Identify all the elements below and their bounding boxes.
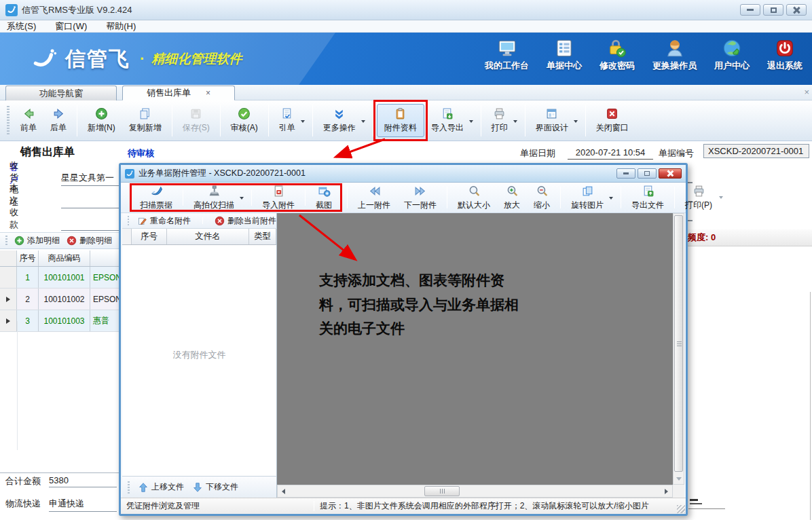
product-row[interactable]: 2100101002EPSON: [0, 289, 119, 310]
button-audit[interactable]: 审核(A): [224, 105, 265, 136]
button-add-new[interactable]: 新增(N): [81, 105, 122, 136]
banner-action-switch-operator[interactable]: 更换操作员: [652, 38, 697, 72]
doc-number-label: 单据编号: [659, 147, 694, 160]
dropdown-arrow-icon[interactable]: [240, 197, 244, 200]
dialog-close-button[interactable]: [659, 168, 682, 179]
logistics-label: 物流快递: [5, 498, 41, 510]
date-field[interactable]: 2020-07-21 10:54: [568, 147, 653, 160]
resize-grip[interactable]: [677, 505, 685, 513]
row-selector[interactable]: [0, 310, 17, 331]
toolbar-overflow-icon[interactable]: [719, 196, 723, 199]
button-ref-doc[interactable]: 引单: [272, 105, 309, 136]
vertical-scroll-thumb[interactable]: [674, 215, 683, 472]
tab-strip: 功能导航窗 销售出库单 × ×: [0, 85, 812, 100]
menu-system[interactable]: 系统(S): [7, 20, 36, 33]
button-doc-camera[interactable]: 高拍仪扫描: [187, 182, 248, 214]
banner-action-workstation[interactable]: 我的工作台: [485, 38, 529, 72]
dropdown-arrow-icon[interactable]: [469, 120, 473, 123]
cell-seq: 3: [17, 310, 39, 331]
horizontal-scroll-thumb[interactable]: [424, 486, 460, 496]
ship-address-input[interactable]: [61, 206, 126, 208]
doc-number-field[interactable]: XSCKD-20200721-0001: [703, 144, 809, 158]
toolbar-separator: [481, 105, 481, 136]
button-rotate-image[interactable]: 旋转图片: [564, 182, 617, 214]
button-label: 更多操作: [323, 122, 356, 134]
row-selector[interactable]: [0, 267, 17, 288]
scroll-right-button[interactable]: [661, 485, 672, 497]
banner-action-document-center[interactable]: 单据中心: [547, 38, 582, 72]
attachment-preview-area[interactable]: [277, 213, 673, 485]
main-toolbar: 前单后单新增(N)复制新增保存(S)审核(A)引单更多操作附件资料导入导出打印界…: [0, 100, 812, 141]
close-button[interactable]: [786, 4, 807, 16]
listop-delete-circle-button[interactable]: 删除当前附件: [215, 215, 276, 227]
payment-input[interactable]: [61, 229, 126, 231]
button-import-export[interactable]: 导入导出: [424, 105, 477, 136]
banner-action-change-password[interactable]: 修改密码: [599, 38, 635, 72]
button-attachment[interactable]: 附件资料: [377, 104, 424, 137]
dropdown-arrow-icon[interactable]: [301, 120, 305, 123]
customer-input[interactable]: 星星文具第一: [61, 172, 126, 186]
banner-action-exit-system[interactable]: 退出系统: [767, 38, 802, 72]
button-next-doc[interactable]: 后单: [43, 105, 73, 136]
file-list-body[interactable]: 没有附件文件: [122, 245, 277, 476]
dropdown-arrow-icon[interactable]: [574, 120, 578, 123]
button-print-attachment[interactable]: 打印(P): [678, 182, 719, 214]
banner-action-label: 退出系统: [767, 60, 802, 72]
thumb-grip: [677, 341, 682, 347]
toolbar-separator: [525, 105, 525, 136]
total-value[interactable]: 5380: [49, 475, 117, 487]
tab-close-icon[interactable]: ×: [206, 88, 210, 98]
button-save[interactable]: 保存(S): [176, 105, 217, 136]
listop-rename-button[interactable]: 重命名附件: [137, 215, 191, 227]
strip-close-icon[interactable]: ×: [804, 87, 809, 97]
preview-vertical-scrollbar[interactable]: [673, 213, 684, 485]
detail-add-circle-button[interactable]: 添加明细: [14, 235, 60, 246]
logistics-value[interactable]: 申通快递: [49, 498, 117, 512]
preview-horizontal-scrollbar[interactable]: [277, 485, 673, 498]
button-more-ops[interactable]: 更多操作: [316, 105, 369, 136]
product-row[interactable]: 3100101003惠普: [0, 310, 119, 332]
maximize-button[interactable]: [763, 4, 783, 16]
seq-column-header: 序号: [17, 250, 39, 266]
dialog-maximize-button[interactable]: [638, 168, 657, 179]
field-remnant: [688, 220, 693, 221]
button-zoom-out[interactable]: 缩小: [527, 182, 557, 214]
banner-action-user-center[interactable]: 用户中心: [714, 38, 750, 72]
button-next-attachment[interactable]: 下一附件: [397, 182, 443, 214]
dropdown-arrow-icon[interactable]: [361, 120, 365, 123]
scroll-down-button[interactable]: [674, 474, 683, 483]
button-export-file[interactable]: 导出文件: [625, 182, 671, 214]
move-down-button[interactable]: 下移文件: [192, 481, 238, 493]
maximize-icon: [644, 171, 650, 176]
detail-delete-circle-button[interactable]: 删除明细: [67, 235, 112, 246]
minimize-button[interactable]: [740, 4, 760, 16]
button-scan-receipt[interactable]: 扫描票据: [133, 182, 179, 214]
banner-action-label: 单据中心: [547, 60, 582, 72]
button-zoom-default[interactable]: 默认大小: [451, 182, 497, 214]
button-ui-design[interactable]: 界面设计: [529, 105, 582, 136]
button-zoom-in[interactable]: 放大: [497, 182, 527, 214]
button-prev-doc[interactable]: 前单: [14, 105, 43, 136]
button-prev-attachment[interactable]: 上一附件: [351, 182, 397, 214]
button-print[interactable]: 打印: [485, 105, 521, 136]
button-copy-new[interactable]: 复制新增: [122, 105, 168, 136]
button-label: 放大: [504, 200, 520, 211]
button-close-window[interactable]: 关闭窗口: [589, 105, 635, 136]
menu-window[interactable]: 窗口(W): [55, 20, 87, 33]
button-import-attachment[interactable]: 导入附件: [255, 182, 301, 214]
tab-sales-outbound[interactable]: 销售出库单 ×: [122, 86, 235, 100]
tab-function-nav[interactable]: 功能导航窗: [5, 86, 117, 100]
menu-help[interactable]: 帮助(H): [106, 20, 136, 33]
product-row[interactable]: 1100101001EPSON: [0, 267, 119, 289]
scroll-left-button[interactable]: [278, 485, 289, 497]
move-up-button[interactable]: 上移文件: [138, 481, 184, 493]
name-column-header: [90, 250, 119, 266]
dialog-title-bar[interactable]: 业务单据附件管理 - XSCKD-20200721-0001: [121, 165, 686, 183]
dropdown-arrow-icon[interactable]: [609, 197, 613, 200]
dropdown-arrow-icon[interactable]: [513, 120, 517, 123]
button-label: 缩小: [534, 200, 550, 211]
button-screenshot[interactable]: 截图: [309, 182, 339, 214]
row-selector[interactable]: [0, 289, 17, 310]
dialog-minimize-button[interactable]: [616, 168, 635, 179]
switch-operator-icon: [665, 38, 685, 58]
